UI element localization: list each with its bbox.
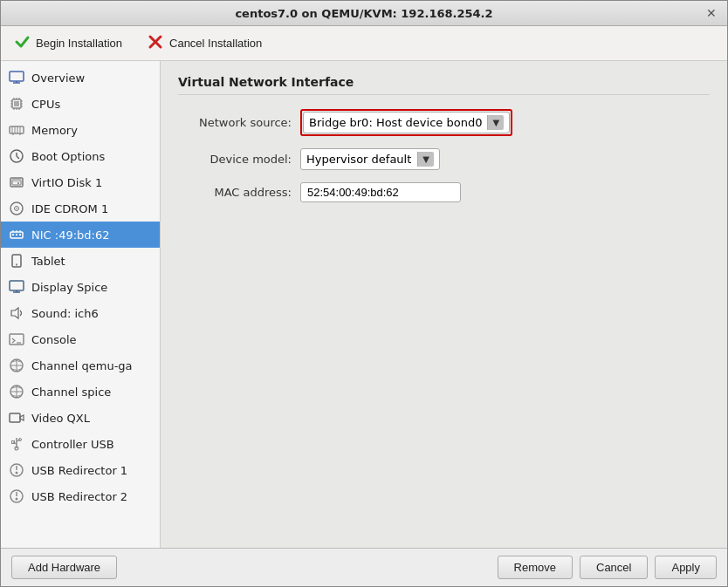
main-content: Virtual Network Interface Network source…: [161, 61, 727, 548]
sidebar-item-usbredir1-label: USB Redirector 1: [31, 464, 127, 477]
usb-icon: [8, 435, 25, 453]
sidebar-item-channel-spice-label: Channel spice: [31, 386, 111, 399]
network-source-dropdown[interactable]: Bridge br0: Host device bond0 ▼: [303, 112, 510, 133]
mac-address-input[interactable]: [300, 182, 461, 202]
video-icon: [8, 409, 25, 427]
apply-button[interactable]: Apply: [655, 556, 717, 579]
sidebar-item-virtio-disk-1[interactable]: VirtIO Disk 1: [1, 169, 160, 195]
svg-rect-19: [10, 126, 24, 133]
device-model-arrow: ▼: [417, 152, 434, 167]
sidebar-item-channel-spice[interactable]: Channel spice: [1, 379, 160, 405]
nic-icon: [8, 226, 25, 243]
begin-installation-label: Begin Installation: [36, 37, 122, 50]
footer: Add Hardware Remove Cancel Apply: [1, 548, 727, 586]
svg-rect-40: [12, 234, 14, 235]
sidebar: Overview: [1, 61, 161, 548]
sidebar-item-boot-label: Boot Options: [31, 150, 105, 163]
sidebar-item-boot-options[interactable]: Boot Options: [1, 143, 160, 169]
svg-point-35: [16, 208, 17, 209]
svg-point-70: [16, 498, 18, 501]
cancel-installation-icon: [147, 33, 164, 53]
section-title: Virtual Network Interface: [178, 75, 710, 95]
sidebar-item-tablet[interactable]: Tablet: [1, 248, 160, 274]
sidebar-item-cdrom-label: IDE CDROM 1: [31, 202, 108, 215]
sidebar-item-console[interactable]: Console: [1, 326, 160, 352]
svg-point-67: [16, 472, 18, 474]
svg-line-28: [17, 156, 19, 159]
channel-qemu-icon: [8, 357, 25, 374]
close-button[interactable]: ✕: [704, 6, 718, 20]
network-source-label: Network source:: [178, 116, 300, 129]
sidebar-item-controller-usb[interactable]: Controller USB: [1, 431, 160, 457]
sidebar-item-usb-redirector-2[interactable]: USB Redirector 2: [1, 483, 160, 509]
cancel-installation-button[interactable]: Cancel Installation: [143, 31, 265, 55]
sidebar-item-cpus-label: CPUs: [31, 98, 60, 111]
usbredir2-icon: [8, 488, 25, 505]
sidebar-item-sound-ich6[interactable]: Sound: ich6: [1, 300, 160, 326]
add-hardware-button[interactable]: Add Hardware: [11, 556, 117, 579]
svg-rect-45: [10, 281, 24, 290]
sidebar-item-memory[interactable]: Memory: [1, 117, 160, 143]
device-model-label: Device model:: [178, 153, 300, 166]
footer-left: Add Hardware: [11, 556, 117, 579]
sidebar-item-nic-label: NIC :49:bd:62: [31, 229, 110, 242]
sidebar-item-channel-qemu-ga[interactable]: Channel qemu-ga: [1, 352, 160, 379]
memory-icon: [8, 121, 25, 139]
network-source-row: Network source: Bridge br0: Host device …: [178, 109, 710, 136]
display-icon: [8, 278, 25, 296]
sidebar-item-overview[interactable]: Overview: [1, 65, 160, 91]
disk-icon: [8, 174, 25, 191]
svg-marker-48: [11, 308, 18, 318]
channel-spice-icon: [8, 383, 25, 400]
mac-address-control: [300, 182, 461, 202]
boot-icon: [8, 147, 25, 165]
device-model-row: Device model: Hypervisor default ▼: [178, 148, 710, 170]
device-model-dropdown[interactable]: Hypervisor default ▼: [300, 148, 440, 170]
sidebar-item-video-label: Video QXL: [31, 412, 90, 425]
sidebar-item-usbredir2-label: USB Redirector 2: [31, 490, 127, 503]
network-source-control: Bridge br0: Host device bond0 ▼: [300, 109, 512, 136]
console-icon: [8, 331, 25, 348]
content-area: Overview: [1, 61, 727, 548]
sidebar-item-ide-cdrom-1[interactable]: IDE CDROM 1: [1, 195, 160, 222]
sound-icon: [8, 304, 25, 322]
device-model-value: Hypervisor default: [306, 153, 411, 166]
network-source-arrow: ▼: [487, 115, 504, 130]
titlebar: centos7.0 on QEMU/KVM: 192.168.254.2 ✕: [1, 1, 727, 26]
sidebar-item-cpus[interactable]: CPUs: [1, 91, 160, 117]
sidebar-item-sound-label: Sound: ich6: [31, 307, 99, 320]
svg-rect-57: [10, 413, 20, 422]
svg-rect-30: [12, 180, 21, 185]
begin-installation-icon: [13, 33, 31, 53]
monitor-icon: [8, 69, 25, 86]
svg-point-32: [17, 182, 19, 184]
mac-address-row: MAC address:: [178, 182, 710, 202]
main-window: centos7.0 on QEMU/KVM: 192.168.254.2 ✕ B…: [0, 0, 728, 587]
sidebar-item-tablet-label: Tablet: [31, 255, 65, 268]
sidebar-item-display-label: Display Spice: [31, 281, 107, 294]
sidebar-item-display-spice[interactable]: Display Spice: [1, 274, 160, 300]
sidebar-item-memory-label: Memory: [31, 124, 78, 137]
cpu-icon: [8, 95, 25, 113]
svg-rect-6: [14, 101, 19, 106]
svg-rect-42: [19, 234, 21, 235]
svg-rect-2: [10, 72, 24, 81]
cancel-button[interactable]: Cancel: [580, 556, 648, 579]
network-source-value: Bridge br0: Host device bond0: [309, 116, 482, 129]
sidebar-item-channel-qemu-label: Channel qemu-ga: [31, 359, 133, 372]
begin-installation-button[interactable]: Begin Installation: [10, 31, 126, 55]
sidebar-item-usb-redirector-1[interactable]: USB Redirector 1: [1, 457, 160, 483]
sidebar-item-console-label: Console: [31, 333, 77, 346]
cdrom-icon: [8, 200, 25, 217]
cancel-installation-label: Cancel Installation: [169, 37, 262, 50]
remove-button[interactable]: Remove: [498, 556, 573, 579]
svg-rect-41: [16, 234, 17, 235]
tablet-icon: [8, 252, 25, 270]
sidebar-item-nic[interactable]: NIC :49:bd:62: [1, 222, 160, 248]
sidebar-item-video-qxl[interactable]: Video QXL: [1, 405, 160, 431]
window-title: centos7.0 on QEMU/KVM: 192.168.254.2: [24, 7, 704, 20]
device-model-control: Hypervisor default ▼: [300, 148, 440, 170]
sidebar-item-overview-label: Overview: [31, 72, 85, 85]
toolbar: Begin Installation Cancel Installation: [1, 26, 727, 61]
mac-address-label: MAC address:: [178, 186, 300, 199]
